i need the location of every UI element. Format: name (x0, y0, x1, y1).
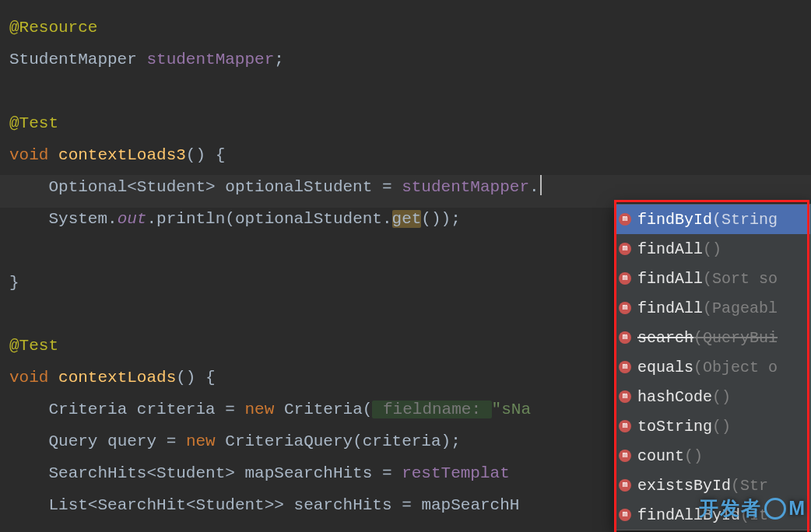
method-icon: m (619, 361, 631, 373)
method-icon: m (619, 420, 631, 432)
autocomplete-params: () (684, 441, 703, 471)
method-icon: m (619, 302, 631, 314)
type-name: Optional (48, 178, 127, 196)
autocomplete-params: () (712, 411, 731, 441)
watermark-text: 开发者 (699, 489, 762, 527)
autocomplete-method-name: findById (637, 205, 712, 234)
method-name: contextLoads3 (58, 146, 186, 164)
method-name: contextLoads (58, 369, 176, 387)
autocomplete-method-name: toString (637, 411, 712, 441)
autocomplete-method-name: findAll (637, 234, 703, 264)
method-icon: m (619, 331, 631, 344)
reference: studentMapper (402, 178, 529, 196)
type-name: List (48, 496, 87, 514)
method-get: get (392, 210, 422, 228)
keyword-new: new (186, 432, 216, 450)
watermark: 开发者M (699, 489, 806, 527)
method-icon: m (619, 479, 631, 492)
string-literal: "sNa (492, 401, 531, 418)
variable: criteria (137, 401, 216, 418)
param-hint: fieldname: (372, 401, 491, 418)
code-line: StudentMapper studentMapper; (6, 44, 811, 76)
code-line: @Resource (6, 12, 811, 44)
variable: searchHits (294, 496, 392, 514)
autocomplete-item[interactable]: mfindAll(Pageabl (616, 293, 810, 323)
code-editor[interactable]: @Resource StudentMapper studentMapper; @… (0, 0, 811, 532)
autocomplete-popup[interactable]: mfindById(StringmfindAll()mfindAll(Sort … (615, 204, 811, 530)
autocomplete-item[interactable]: mequals(Object o (616, 352, 810, 382)
autocomplete-method-name: equals (637, 352, 693, 382)
method-icon: m (619, 509, 631, 521)
method-icon: m (619, 450, 631, 462)
autocomplete-params: () (703, 234, 721, 264)
variable: criteria (363, 432, 441, 450)
autocomplete-method-name: count (637, 441, 684, 471)
autocomplete-method-name: findAll (637, 293, 703, 323)
type-name: StudentMapper (9, 51, 137, 68)
variable: mapSearchHits (245, 464, 373, 482)
type-name: Query (48, 432, 97, 450)
method-icon: m (619, 272, 631, 285)
type-name: System (48, 210, 107, 228)
keyword-void: void (9, 369, 48, 387)
text-caret (540, 175, 542, 195)
autocomplete-item[interactable]: msearch(QueryBui (616, 323, 810, 352)
autocomplete-item[interactable]: mfindById(String (616, 205, 810, 234)
autocomplete-params: (Object o (693, 352, 778, 382)
field-out: out (118, 210, 147, 228)
method-call: println (156, 210, 225, 228)
autocomplete-item[interactable]: mtoString() (616, 411, 810, 441)
code-line: @Test (6, 108, 811, 140)
autocomplete-params: (Sort so (703, 264, 778, 293)
autocomplete-method-name: hashCode (637, 382, 712, 411)
annotation-resource: @Resource (9, 19, 97, 37)
autocomplete-method-name: findAll (637, 264, 703, 293)
autocomplete-item[interactable]: mfindAll(Sort so (616, 264, 810, 293)
variable: optionalStudent (225, 178, 372, 196)
variable: optionalStudent (235, 210, 382, 228)
method-icon: m (619, 213, 631, 226)
reference: mapSearchH (421, 496, 519, 514)
keyword-void: void (9, 146, 48, 164)
autocomplete-params: () (712, 382, 731, 411)
type-name: SearchHit (97, 496, 185, 514)
type-name: Student (195, 496, 264, 514)
method-icon: m (619, 243, 631, 255)
code-line: Optional<Student> optionalStudent = stud… (6, 172, 811, 204)
autocomplete-params: (String (712, 205, 778, 234)
method-icon: m (619, 390, 631, 403)
annotation-test: @Test (9, 114, 58, 132)
code-line (6, 76, 811, 108)
autocomplete-params: (QueryBui (693, 323, 778, 352)
reference: restTemplat (402, 464, 510, 482)
type-name: Student (156, 464, 225, 482)
type-name: SearchHits (48, 464, 146, 482)
field-name: studentMapper (146, 51, 274, 68)
watermark-text: M (788, 489, 806, 527)
code-line: void contextLoads3() { (6, 140, 811, 172)
keyword-new: new (245, 401, 275, 418)
autocomplete-method-name: search (637, 323, 693, 352)
type-name: CriteriaQuery (225, 432, 353, 450)
watermark-ring-icon (764, 498, 786, 520)
variable: query (107, 432, 156, 450)
type-name: Criteria (48, 401, 127, 418)
autocomplete-params: (Pageabl (703, 293, 778, 323)
autocomplete-item[interactable]: mcount() (616, 441, 810, 471)
autocomplete-item[interactable]: mfindAll() (616, 234, 810, 264)
autocomplete-item[interactable]: mhashCode() (616, 382, 810, 411)
annotation-test: @Test (9, 337, 58, 355)
type-name: Criteria (284, 401, 363, 418)
type-name: Student (137, 178, 205, 196)
